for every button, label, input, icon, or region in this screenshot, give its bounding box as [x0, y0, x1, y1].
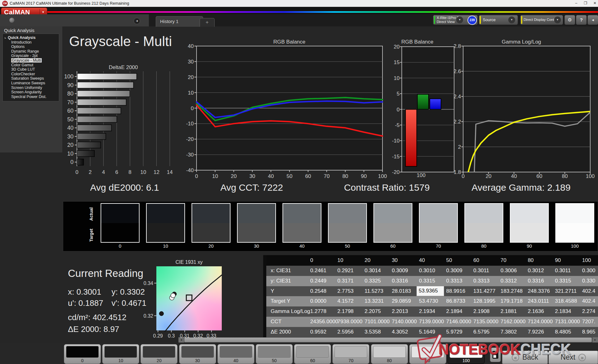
- table-cell[interactable]: 7.9226: [528, 329, 544, 335]
- patch-button-100[interactable]: 100: [448, 344, 485, 364]
- table-cell[interactable]: 0.3011: [473, 268, 489, 274]
- table-cell[interactable]: 0.2921: [337, 268, 354, 274]
- scroll-right-icon[interactable]: ►: [592, 337, 598, 343]
- patch-button-10[interactable]: 10: [102, 344, 139, 364]
- patch-button-90[interactable]: 90: [409, 344, 446, 364]
- tree-root-quick-analysis[interactable]: Quick Analysis: [3, 35, 59, 40]
- sidebar-item-luminance-sweeps[interactable]: Luminance Sweeps: [3, 81, 59, 86]
- table-cell[interactable]: 0.3316: [528, 278, 544, 284]
- table-cell[interactable]: 0.3313: [473, 278, 490, 284]
- table-cell[interactable]: 402.4: [582, 298, 596, 304]
- table-selected-cell[interactable]: 53.9365: [416, 286, 444, 296]
- table-column-header-30[interactable]: 30: [392, 257, 398, 264]
- table-cell[interactable]: 24356.0000: [310, 319, 338, 325]
- table-cell[interactable]: 13.3231: [365, 298, 384, 304]
- patch-button-80[interactable]: 80: [371, 344, 408, 364]
- chevron-down-icon[interactable]: ▼: [554, 16, 561, 23]
- sidebar-item-screen-uniformity[interactable]: Screen Uniformity: [3, 86, 59, 90]
- table-column-header-60[interactable]: 60: [473, 257, 479, 264]
- source-dropdown[interactable]: Source ▼: [479, 15, 518, 25]
- meter-dropdown[interactable]: X-Rite i1Pro 2 Direct View ▼ 239: [433, 15, 478, 25]
- table-cell[interactable]: 7101.0000: [365, 319, 390, 325]
- table-cell[interactable]: 0.3014: [365, 268, 381, 274]
- table-scrollbar[interactable]: ◄ ►: [178, 337, 598, 343]
- table-cell[interactable]: 4.3052: [392, 329, 408, 335]
- patch-button-20[interactable]: 20: [140, 344, 178, 364]
- table-cell[interactable]: 2.274: [582, 308, 596, 315]
- patch-button-40[interactable]: 40: [217, 344, 254, 364]
- table-column-header-90[interactable]: 90: [555, 257, 561, 264]
- scrollbar-thumb[interactable]: [184, 338, 592, 342]
- table-column-header-100[interactable]: 100: [582, 257, 591, 264]
- table-cell[interactable]: 2.1834: [555, 308, 571, 315]
- gear-icon[interactable]: ⚙: [564, 15, 575, 25]
- table-cell[interactable]: 0.3009: [446, 268, 463, 274]
- table-cell[interactable]: 86.8733: [446, 298, 465, 304]
- patch-button-50[interactable]: 50: [256, 344, 293, 364]
- sidebar-item-spectral-power-dist-[interactable]: Spectral Power Dist.: [3, 95, 59, 99]
- patch-button-60[interactable]: 60: [294, 344, 331, 364]
- patch-button-30[interactable]: 30: [179, 344, 216, 364]
- table-cell[interactable]: 2.1934: [419, 308, 435, 315]
- add-tab-button[interactable]: +: [200, 18, 215, 27]
- table-column-header-0[interactable]: 0: [310, 257, 313, 264]
- sidebar-item-screen-angularity[interactable]: Screen Angularity: [3, 90, 59, 95]
- sidebar-item-dynamic-range[interactable]: Dynamic Range: [3, 49, 59, 54]
- patch-button-70[interactable]: 70: [332, 344, 369, 364]
- table-cell[interactable]: 2.7753: [337, 288, 354, 294]
- table-cell[interactable]: 0.3315: [419, 278, 435, 284]
- scroll-left-icon[interactable]: ◄: [178, 337, 184, 343]
- table-cell[interactable]: 2.1908: [473, 308, 490, 315]
- table-cell[interactable]: 53.4730: [419, 298, 438, 304]
- table-cell[interactable]: 5.1649: [419, 329, 435, 335]
- table-cell[interactable]: 243.0111: [528, 298, 549, 304]
- table-cell[interactable]: 8.4805: [555, 329, 571, 335]
- table-cell[interactable]: 7124.0000: [528, 319, 553, 325]
- table-cell[interactable]: 2.2013: [392, 308, 408, 315]
- display-control-dropdown[interactable]: Direct Display Control ▼: [520, 15, 563, 25]
- table-cell[interactable]: 0.2548: [310, 288, 326, 294]
- table-column-header-80[interactable]: 80: [528, 257, 534, 264]
- table-cell[interactable]: 0.3315: [555, 278, 571, 284]
- table-cell[interactable]: 131.4277: [473, 288, 496, 294]
- collapse-toolbar-icon[interactable]: ◄: [587, 15, 598, 25]
- table-cell[interactable]: 2.1798: [337, 308, 354, 315]
- table-cell[interactable]: 0.0000: [310, 298, 326, 304]
- pattern-window-button[interactable]: [490, 348, 501, 362]
- table-column-header-50[interactable]: 50: [446, 257, 452, 264]
- table-cell[interactable]: 0.3171: [337, 278, 354, 284]
- table-cell[interactable]: 2.1881: [501, 308, 517, 315]
- table-cell[interactable]: 0.3006: [501, 268, 517, 274]
- table-cell[interactable]: 3.5358: [365, 329, 381, 335]
- sidebar-item-color-gamut[interactable]: Color Gamut: [3, 63, 59, 68]
- table-cell[interactable]: 28.0183: [392, 288, 411, 294]
- table-cell[interactable]: 0.3316: [392, 278, 408, 284]
- table-cell[interactable]: 2.1894: [446, 308, 463, 315]
- table-cell[interactable]: 7131.0000: [555, 319, 580, 325]
- table-cell[interactable]: 7162.0000: [501, 319, 525, 325]
- sidebar-item-grayscale-2pt[interactable]: Grayscale - 2pt: [3, 54, 59, 58]
- table-column-header-70[interactable]: 70: [501, 257, 506, 264]
- table-cell[interactable]: 7146.0000: [446, 319, 471, 325]
- table-cell[interactable]: 29.0859: [392, 298, 411, 304]
- sidebar-item-grayscale-multi[interactable]: Grayscale - Multi: [3, 58, 59, 63]
- table-cell[interactable]: 7140.0000: [392, 319, 417, 325]
- table-cell[interactable]: 248.3376: [528, 288, 550, 294]
- table-cell[interactable]: 7135.0000: [473, 319, 498, 325]
- table-cell[interactable]: 0.3313: [446, 278, 463, 284]
- table-column-header-10[interactable]: 10: [337, 257, 343, 264]
- table-cell[interactable]: 11.5273: [365, 288, 383, 294]
- patch-button-0[interactable]: 0: [64, 344, 101, 364]
- table-cell[interactable]: 0.3011: [555, 268, 571, 274]
- table-cell[interactable]: 7.3802: [501, 329, 517, 335]
- table-cell[interactable]: 321.2711: [555, 288, 577, 294]
- table-cell[interactable]: 179.1718: [501, 298, 523, 304]
- table-cell[interactable]: 7139.0000: [419, 319, 444, 325]
- sidebar-item-options[interactable]: Options: [3, 44, 59, 49]
- chevron-down-icon[interactable]: ▼: [456, 16, 463, 23]
- table-column-header-40[interactable]: 40: [419, 257, 425, 264]
- table-cell[interactable]: 0.2461: [310, 268, 326, 274]
- table-cell[interactable]: 0.300: [582, 268, 596, 274]
- sidebar-item-colorchecker[interactable]: ColorChecker: [3, 72, 59, 77]
- table-cell[interactable]: 0.3325: [365, 278, 381, 284]
